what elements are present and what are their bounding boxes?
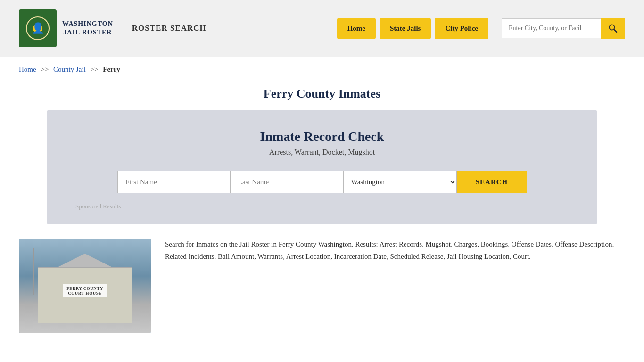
record-check-form: AlabamaAlaskaArizonaArkansasCaliforniaCo… [75, 171, 569, 193]
header-search-input[interactable] [502, 18, 601, 38]
courthouse-sign: FERRY COUNTY COURT HOUSE [63, 284, 107, 297]
building-roof [57, 254, 113, 268]
sign-line1: FERRY COUNTY [66, 286, 103, 291]
last-name-input[interactable] [231, 171, 344, 193]
record-check-box: Inmate Record Check Arrests, Warrant, Do… [47, 110, 597, 224]
record-check-search-button[interactable]: SEARCH [457, 171, 527, 193]
logo-area: 👤 WASHINGTON JAIL ROSTER [19, 9, 113, 47]
flag-pole [33, 248, 34, 295]
breadcrumb-sep1: >> [41, 66, 49, 73]
breadcrumb-sep2: >> [91, 66, 99, 73]
description-text: Search for Inmates on the Jail Roster in… [165, 239, 625, 263]
logo-line2: JAIL ROSTER [63, 29, 112, 36]
state-jails-nav-button[interactable]: State Jails [380, 18, 431, 39]
page-title: Ferry County Inmates [19, 87, 625, 101]
site-header: 👤 WASHINGTON JAIL ROSTER ROSTER SEARCH H… [0, 0, 644, 57]
logo-line1: WASHINGTON [62, 20, 113, 27]
header-search-button[interactable] [601, 18, 625, 39]
wa-seal: 👤 [26, 16, 50, 40]
search-icon [608, 24, 618, 33]
building-body: FERRY COUNTY COURT HOUSE [38, 267, 132, 323]
state-select[interactable]: AlabamaAlaskaArizonaArkansasCaliforniaCo… [344, 171, 457, 193]
sponsored-results-label: Sponsored Results [75, 203, 569, 210]
breadcrumb-current: Ferry [103, 66, 120, 73]
bottom-section: FERRY COUNTY COURT HOUSE Search for Inma… [0, 239, 644, 352]
wa-flag-icon: 👤 [19, 9, 57, 47]
header-search-area [502, 18, 625, 39]
roster-search-label: ROSTER SEARCH [132, 24, 206, 33]
sign-line2: COURT HOUSE [68, 291, 101, 296]
home-nav-button[interactable]: Home [337, 18, 376, 39]
record-check-title: Inmate Record Check [75, 129, 569, 144]
nav-area: Home State Jails City Police [337, 18, 625, 39]
breadcrumb-home-link[interactable]: Home [19, 66, 36, 73]
city-police-nav-button[interactable]: City Police [435, 18, 488, 39]
first-name-input[interactable] [117, 171, 231, 193]
courthouse-image: FERRY COUNTY COURT HOUSE [19, 239, 151, 333]
record-check-subtitle: Arrests, Warrant, Docket, Mugshot [75, 148, 569, 156]
courthouse-bg: FERRY COUNTY COURT HOUSE [19, 239, 151, 333]
svg-line-1 [614, 30, 617, 33]
site-logo-text: WASHINGTON JAIL ROSTER [62, 20, 113, 37]
breadcrumb: Home >> County Jail >> Ferry [0, 57, 644, 82]
breadcrumb-county-jail-link[interactable]: County Jail [53, 66, 86, 73]
